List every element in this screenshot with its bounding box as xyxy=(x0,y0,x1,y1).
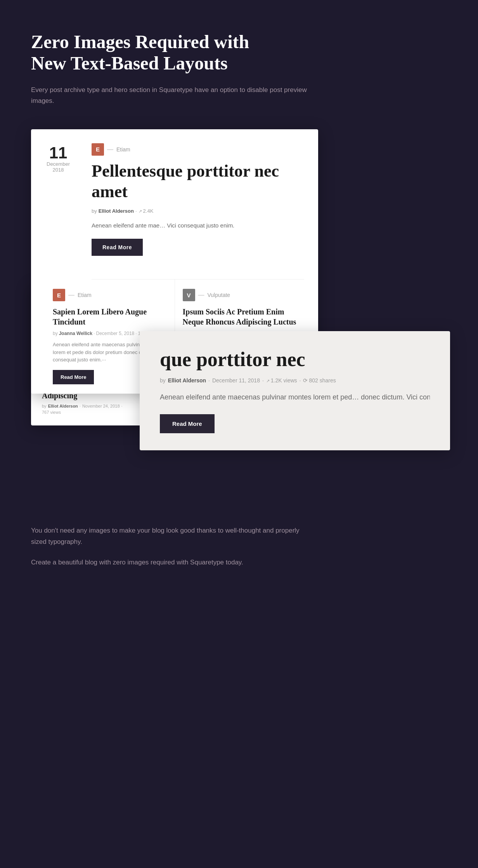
grid-post1-read-more[interactable]: Read More xyxy=(53,370,94,384)
fullwidth-excerpt: Aenean eleifend ante maecenas pulvinar m… xyxy=(160,391,430,403)
grid-post2-category: V — Vulputate xyxy=(183,289,297,301)
trend-icon-fw xyxy=(266,377,270,384)
date-month: December 2018 xyxy=(47,161,70,173)
page-title: Zero Images Required with New Text-Based… xyxy=(31,31,447,74)
share-icon: ⟳ xyxy=(303,377,308,384)
header-section: Zero Images Required with New Text-Based… xyxy=(31,31,447,106)
footer-text-1: You don't need any images to make your b… xyxy=(31,525,310,548)
trend-icon xyxy=(139,208,142,214)
featured-excerpt: Aenean eleifend ante mae… Vici consequat… xyxy=(92,221,304,230)
featured-read-more[interactable]: Read More xyxy=(92,239,143,256)
screenshots-wrapper: 11 December 2018 E — Etiam Pellentesque … xyxy=(31,129,447,479)
page-description: Every post archive type and hero section… xyxy=(31,85,310,106)
etiam-badge: E xyxy=(92,143,104,156)
featured-post: E — Etiam Pellentesque porttitor nec ame… xyxy=(92,143,304,280)
vulputate-badge: V xyxy=(183,289,195,301)
footer-section: You don't need any images to make your b… xyxy=(31,510,447,568)
date-day: 11 xyxy=(47,145,70,161)
etiam-badge-small: E xyxy=(53,289,65,301)
card-fullwidth-layout: que porttitor nec by Elliot Alderson · D… xyxy=(140,331,450,450)
post-date: 11 December 2018 xyxy=(47,145,70,173)
grid-post1-title: Sapien Lorem Libero Augue Tincidunt xyxy=(53,307,167,327)
featured-views: 2.4K xyxy=(139,208,154,214)
page-wrapper: Zero Images Required with New Text-Based… xyxy=(0,0,478,616)
fullwidth-title: que porttitor nec xyxy=(160,348,430,370)
featured-author: Elliot Alderson xyxy=(99,208,134,214)
category-name: Etiam xyxy=(116,146,130,153)
featured-category: E — Etiam xyxy=(92,143,304,156)
featured-meta: by Elliot Alderson · 2.4K xyxy=(92,208,304,214)
grid-post2-title: Ipsum Sociis Ac Pretium Enim Neque Rhonc… xyxy=(183,307,297,327)
featured-title: Pellentesque porttitor nec amet xyxy=(92,161,304,202)
grid-post1-category: E — Etiam xyxy=(53,289,167,301)
fullwidth-meta: by Elliot Alderson · December 11, 2018 ·… xyxy=(160,377,430,384)
fullwidth-read-more[interactable]: Read More xyxy=(160,414,215,433)
footer-text-2: Create a beautiful blog with zero images… xyxy=(31,557,310,568)
fullwidth-author: Elliot Alderson xyxy=(168,377,206,384)
list2-meta: by Elliot Alderson · November 24, 2018 ·… xyxy=(42,404,135,415)
